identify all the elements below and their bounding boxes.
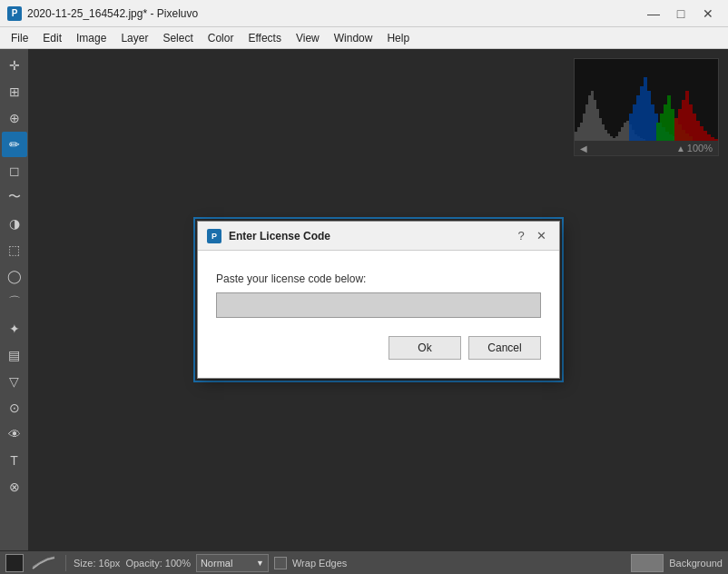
close-button[interactable]: ✕ [695,1,721,26]
tool-view[interactable]: 👁 [2,421,27,447]
dialog-close-button[interactable]: ✕ [532,227,550,245]
tool-eyedropper[interactable]: ⊕ [2,105,27,131]
size-label: Size: 16px [74,558,120,569]
tool-text[interactable]: T [2,448,27,473]
tool-gradient[interactable]: ▤ [2,342,27,368]
tool-zoom[interactable]: ⊙ [2,395,27,421]
dialog-title-bar: P Enter License Code ? ✕ [198,222,559,251]
dialog-input-label: Paste your license code below: [216,272,541,285]
wrap-edges-checkbox[interactable] [274,557,287,569]
wrap-edges-label: Wrap Edges [292,558,347,569]
background-color-swatch[interactable] [631,554,664,572]
menu-layer[interactable]: Layer [113,28,155,48]
tool-crop[interactable]: ⊞ [2,79,27,104]
license-dialog: P Enter License Code ? ✕ Paste your lice… [197,221,560,379]
menu-view[interactable]: View [289,28,327,48]
tool-move[interactable]: ✛ [2,53,27,78]
tool-paint-bucket[interactable]: ▽ [2,369,27,394]
canvas-area: ◀ ▲ 100% P Enter License Code ? ✕ [29,49,728,550]
menu-color[interactable]: Color [201,28,241,48]
dialog-overlay: P Enter License Code ? ✕ Paste your lice… [29,49,728,550]
left-toolbar: ✛ ⊞ ⊕ ✏ ◻ 〜 ◑ ⬚ ◯ ⌒ ✦ ▤ ▽ ⊙ 👁 T ⊗ [0,49,29,550]
tool-smudge[interactable]: 〜 [2,184,27,210]
menu-select[interactable]: Select [155,28,200,48]
maximize-button[interactable]: □ [668,1,694,26]
dialog-app-icon: P [207,229,221,243]
tool-rect-select[interactable]: ⬚ [2,237,27,262]
dialog-title-controls: ? ✕ [512,227,550,245]
menu-help[interactable]: Help [379,28,417,48]
tool-dodge[interactable]: ◑ [2,211,27,236]
tool-pan[interactable]: ⊗ [2,474,27,500]
tool-magic-wand[interactable]: ✦ [2,316,27,341]
status-bar: Size: 16px Opacity: 100% Normal ▼ Wrap E… [0,550,728,574]
app-icon: P [7,6,22,21]
menu-bar: File Edit Image Layer Select Color Effec… [0,27,728,49]
minimize-button[interactable]: — [641,1,666,26]
dialog-button-row: Ok Cancel [216,336,541,360]
brush-icon [29,554,58,572]
opacity-label: Opacity: 100% [125,558,191,569]
menu-file[interactable]: File [4,28,35,48]
blend-mode-chevron: ▼ [256,559,264,568]
menu-edit[interactable]: Edit [35,28,69,48]
tool-brush[interactable]: ✏ [2,132,27,157]
tool-ellipse-select[interactable]: ◯ [2,263,27,289]
window-controls: — □ ✕ [641,1,721,26]
tool-lasso[interactable]: ⌒ [2,290,27,315]
dialog-container: P Enter License Code ? ✕ Paste your lice… [193,217,564,382]
blend-mode-dropdown[interactable]: Normal ▼ [196,554,269,572]
window-title: 2020-11-25_164542.jpg* - Pixeluvo [27,7,641,20]
main-area: ✛ ⊞ ⊕ ✏ ◻ 〜 ◑ ⬚ ◯ ⌒ ✦ ▤ ▽ ⊙ 👁 T ⊗ [0,49,728,550]
foreground-color-swatch[interactable] [5,554,24,572]
dialog-ok-button[interactable]: Ok [389,336,461,360]
menu-window[interactable]: Window [327,28,380,48]
menu-image[interactable]: Image [69,28,113,48]
title-bar: P 2020-11-25_164542.jpg* - Pixeluvo — □ … [0,0,728,27]
dialog-help-button[interactable]: ? [512,227,530,245]
background-label: Background [669,558,723,569]
dialog-title: Enter License Code [229,230,505,242]
dialog-body: Paste your license code below: Ok Cancel [198,251,559,378]
tool-eraser[interactable]: ◻ [2,158,27,183]
license-code-input[interactable] [216,292,541,318]
dialog-cancel-button[interactable]: Cancel [468,336,541,360]
menu-effects[interactable]: Effects [241,28,288,48]
blend-mode-value: Normal [201,558,232,569]
status-sep-1 [65,555,66,571]
